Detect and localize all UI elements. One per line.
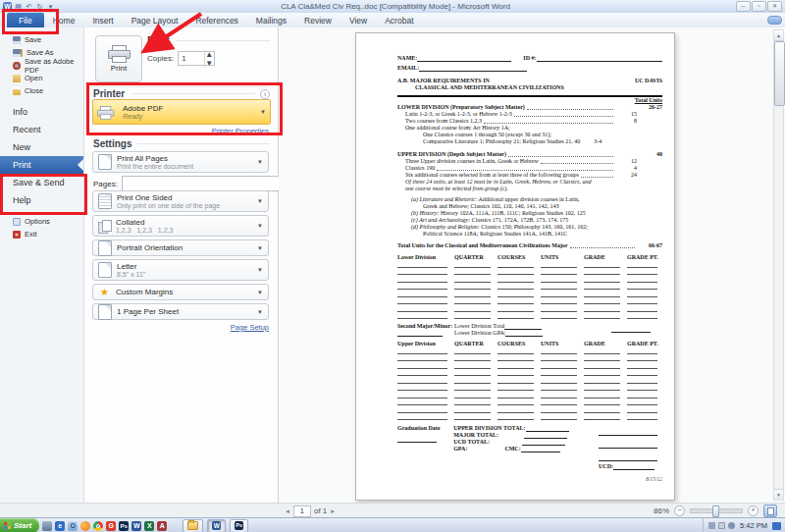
tray-icon[interactable] [718,522,725,529]
excel-icon[interactable]: X [144,521,154,531]
printer-select[interactable]: Adobe PDF Ready ▼ [92,99,271,125]
tab-insert[interactable]: Insert [83,13,122,27]
outlook-icon[interactable]: O [68,521,78,531]
tray-icon[interactable] [708,522,715,529]
zoom-slider-thumb[interactable] [712,505,719,517]
print-button[interactable]: Print [95,35,142,82]
next-page-icon[interactable]: ► [330,508,336,514]
preview-scrollbar[interactable]: ▲ ▼ [773,29,784,501]
word-icon[interactable]: W [131,521,141,531]
page-setup-link[interactable]: Page Setup [231,323,269,332]
print-range-dropdown[interactable]: Print All Pages Print the entire documen… [92,151,269,173]
sidebar-item-save[interactable]: Save [0,33,83,46]
tab-references[interactable]: References [186,13,246,27]
pages-per-sheet-dropdown[interactable]: 1 Page Per Sheet ▼ [92,303,269,320]
previous-page-icon[interactable]: ◄ [285,508,290,514]
folder-window-button[interactable] [183,519,203,532]
fit-to-page-icon[interactable] [763,505,777,517]
tray-icon[interactable] [728,522,735,529]
zoom-out-icon[interactable]: − [674,505,685,516]
tab-file[interactable]: File [7,13,44,27]
copies-down-icon[interactable]: ▼ [205,59,214,68]
table-blank-cell [584,406,627,414]
table-blank-cell [497,355,541,363]
one-sided-icon [98,193,112,209]
collation-dropdown[interactable]: Collated 1,2,3 1,2,3 1,2,3 ▼ [92,215,269,237]
internet-explorer-icon[interactable]: e [55,521,65,531]
printer-properties-link[interactable]: Printer Properties [212,127,269,135]
dropdown-title: Portrait Orientation [117,243,183,252]
custom-margins-star-icon: ★ [98,286,111,298]
folder-icon [187,521,198,530]
sidebar-item-save-and-send[interactable]: Save & Send [0,174,83,191]
copies-up-icon[interactable]: ▲ [205,50,214,59]
scroll-down-icon[interactable]: ▼ [774,489,783,500]
table-blank-cell [541,313,584,321]
sidebar-item-help[interactable]: Help [0,191,83,209]
page-count-label: of 1 [314,506,327,515]
table-blank-cell [541,276,584,284]
sidebar-item-new[interactable]: New [0,138,83,156]
word-window-button[interactable]: W [207,519,226,532]
sidebar-item-info[interactable]: Info [0,103,83,121]
network-icon[interactable] [772,522,781,530]
table-blank-cell [541,261,584,269]
save-icon[interactable]: ▤ [14,2,23,11]
photoshop-icon: Ps [235,521,243,530]
clock[interactable]: 5:42 PM [740,521,767,530]
margins-dropdown[interactable]: ★ Custom Margins ▼ [92,284,269,300]
tab-mailings[interactable]: Mailings [247,13,295,27]
table-blank-cell [497,291,541,298]
qat-dropdown-icon[interactable]: ▾ [46,2,55,11]
tab-home[interactable]: Home [44,13,84,27]
doc-group-label: (b) [411,210,418,216]
scrollbar-thumb[interactable] [774,41,785,106]
sidebar-item-print[interactable]: Print [0,156,83,174]
zoom-in-icon[interactable]: + [748,505,759,516]
tab-view[interactable]: View [340,13,376,27]
doc-table-header: Upper Division [397,341,454,347]
chrome-icon[interactable] [93,521,103,531]
start-button[interactable]: Start [0,518,39,532]
sidebar-item-close[interactable]: Close [0,84,83,97]
sidebar-item-recent[interactable]: Recent [0,121,83,138]
close-button[interactable]: ✕ [767,1,782,12]
help-icon[interactable] [767,16,782,25]
zoom-slider[interactable] [690,508,743,513]
doc-line: GPA: [453,446,467,452]
printer-info-icon[interactable]: i [260,89,270,99]
minimize-button[interactable]: ─ [736,1,751,12]
show-desktop-icon[interactable] [42,521,52,531]
zoom-percent-label[interactable]: 86% [654,506,669,515]
access-icon[interactable]: A [157,521,167,531]
duplex-dropdown[interactable]: Print One Sided Only print on one side o… [92,190,269,212]
tab-acrobat[interactable]: Acrobat [376,13,422,27]
sidebar-item-options[interactable]: Options [0,215,83,228]
table-blank-cell [541,362,584,370]
tab-review[interactable]: Review [295,13,340,27]
gmail-icon[interactable]: G [106,521,116,531]
sidebar-item-save-as-adobe-pdf[interactable]: Save as Adobe PDF [0,59,83,72]
table-blank-cell [541,305,584,313]
firefox-icon[interactable] [80,521,90,531]
page-number-input[interactable]: 1 [293,505,311,517]
table-blank-cell [541,414,584,422]
doc-table-header: UNITS [541,341,584,347]
paper-size-dropdown[interactable]: Letter 8.5" x 11" ▼ [92,259,269,281]
undo-icon[interactable]: ↶ [25,2,33,11]
table-blank-cell [627,276,664,284]
scroll-up-icon[interactable]: ▲ [774,30,783,41]
orientation-dropdown[interactable]: Portrait Orientation ▼ [92,239,269,256]
pages-input[interactable] [122,176,301,191]
photoshop-icon[interactable]: Ps [119,521,129,531]
sidebar-item-exit[interactable]: × Exit [0,228,83,240]
doc-group-text: History 102A, 111A, 111B, 111C; Religiou… [441,210,586,216]
table-blank-cell [397,313,454,321]
photoshop-window-button[interactable]: Ps [230,519,248,532]
restore-button[interactable]: ▫ [752,1,766,12]
copies-stepper[interactable]: 1 ▲▼ [178,51,215,66]
tab-page-layout[interactable]: Page Layout [123,13,187,27]
redo-icon[interactable]: ↻ [35,2,44,11]
sidebar-item-label: Print [13,160,31,170]
table-blank-cell [627,399,664,407]
